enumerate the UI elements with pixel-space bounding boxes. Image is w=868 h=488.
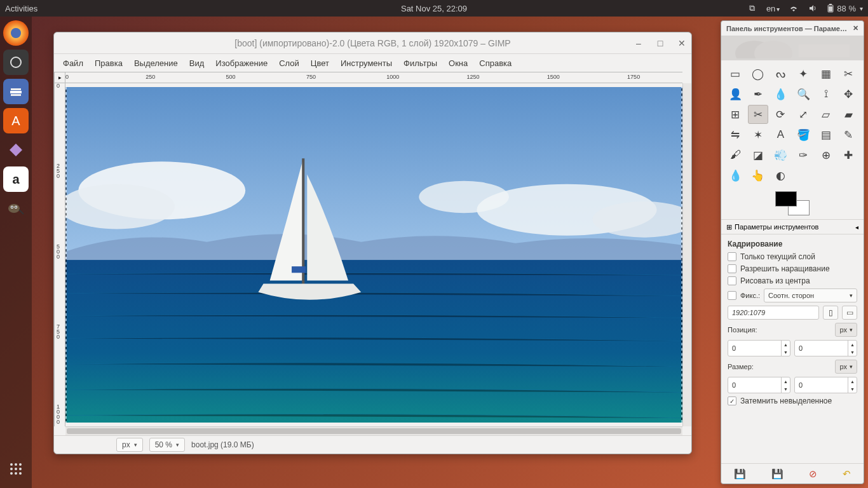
menu-select[interactable]: Выделение	[134, 58, 178, 68]
menu-image[interactable]: Изображение	[215, 58, 268, 68]
eraser-icon[interactable]: ◪	[748, 146, 768, 165]
svg-rect-1	[829, 4, 832, 5]
status-file: boot.jpg (19.0 МБ)	[191, 440, 254, 449]
menu-edit[interactable]: Правка	[95, 58, 123, 68]
color-picker-icon[interactable]: 💧	[770, 85, 790, 104]
pos-x-input[interactable]: 0▲▼	[728, 340, 790, 356]
restore-preset-icon[interactable]: 💾	[771, 468, 783, 480]
firefox-icon[interactable]	[3, 20, 29, 46]
svg-point-9	[11, 207, 13, 208]
select-by-color-icon[interactable]: ▦	[816, 64, 836, 83]
apps-icon[interactable]	[3, 456, 29, 482]
battery-indicator[interactable]: 88 %▾	[827, 4, 863, 13]
titlebar[interactable]: [boot] (импортировано)-2.0 (Цвета RGB, 1…	[54, 32, 691, 54]
ruler-vertical[interactable]: 02 5 05 0 07 5 01 0 0 0	[54, 83, 65, 426]
panel-close-icon[interactable]: ✕	[853, 24, 858, 32]
scale-icon[interactable]: ⤢	[793, 105, 813, 124]
foreground-select-icon[interactable]: 👤	[725, 85, 745, 104]
menu-tools[interactable]: Инструменты	[341, 58, 392, 68]
clone-icon[interactable]: ⊕	[816, 146, 836, 165]
wifi-icon[interactable]	[789, 3, 799, 13]
measure-icon[interactable]: ⟟	[816, 85, 836, 104]
dodge-icon[interactable]: ◐	[770, 166, 790, 185]
activities-button[interactable]: Activities	[5, 4, 37, 13]
portrait-button[interactable]: ▯	[823, 306, 838, 320]
zoom-icon[interactable]: 🔍	[793, 85, 813, 104]
flip-icon[interactable]: ⇋	[725, 125, 745, 144]
close-button[interactable]: ✕	[676, 38, 688, 48]
paths-icon[interactable]: ✒	[748, 85, 768, 104]
amazon-icon[interactable]: a	[3, 166, 29, 192]
menu-layer[interactable]: Слой	[279, 58, 299, 68]
files-icon[interactable]	[3, 79, 29, 104]
ellipse-select-icon[interactable]: ◯	[748, 64, 768, 83]
paintbrush-icon[interactable]: 🖌	[725, 146, 745, 165]
position-unit[interactable]: px▾	[835, 323, 857, 337]
crop-icon[interactable]: ✂	[748, 105, 768, 124]
airbrush-icon[interactable]: 💨	[770, 146, 790, 165]
size-unit[interactable]: px▾	[835, 360, 857, 374]
chk-from-center[interactable]	[728, 276, 736, 285]
tool-options-tab[interactable]: Параметры инструментов	[735, 223, 818, 231]
zoom-select[interactable]: 50 %▾	[149, 438, 185, 452]
dropbox-icon[interactable]: ⧉	[747, 3, 757, 13]
move-icon[interactable]: ✥	[838, 85, 858, 104]
save-preset-icon[interactable]: 💾	[734, 468, 746, 480]
scrollbar-vertical[interactable]	[682, 83, 691, 426]
fixed-combo[interactable]: Соотн. сторон▾	[764, 288, 857, 302]
svg-rect-29	[292, 266, 306, 273]
menu-windows[interactable]: Окна	[449, 58, 468, 68]
scissors-icon[interactable]: ✂	[838, 64, 858, 83]
tab-menu-icon[interactable]: ◂	[855, 224, 858, 231]
scrollbar-horizontal[interactable]	[65, 426, 682, 435]
canvas[interactable]	[65, 83, 682, 426]
chk-current-layer[interactable]	[728, 252, 736, 261]
volume-icon[interactable]	[808, 3, 818, 13]
size-w-input[interactable]: 0▲▼	[728, 377, 790, 393]
blend-icon[interactable]: ▤	[816, 125, 836, 144]
blur-icon[interactable]: 💧	[725, 166, 745, 185]
gimp-launcher-icon[interactable]	[3, 196, 29, 221]
aspect-input[interactable]: 1920:1079	[728, 306, 819, 320]
gimp-window: [boot] (импортировано)-2.0 (Цвета RGB, 1…	[53, 32, 692, 454]
bucket-icon[interactable]: 🪣	[793, 125, 813, 144]
chk-allow-growing[interactable]	[728, 264, 736, 273]
backup-icon[interactable]	[3, 50, 29, 75]
free-select-icon[interactable]: ᔓ	[770, 64, 790, 83]
menu-help[interactable]: Справка	[479, 58, 512, 68]
lang-indicator[interactable]: en▾	[766, 4, 780, 13]
heal-icon[interactable]: ✚	[838, 146, 858, 165]
ink-icon[interactable]: ✑	[793, 146, 813, 165]
maximize-button[interactable]: □	[654, 38, 666, 48]
align-icon[interactable]: ⊞	[725, 105, 745, 124]
perspective-icon[interactable]: ▰	[838, 105, 858, 124]
software-icon[interactable]: A	[3, 108, 29, 133]
reset-icon[interactable]: ↶	[843, 468, 851, 480]
pos-y-input[interactable]: 0▲▼	[794, 340, 857, 356]
fg-color[interactable]	[775, 191, 797, 207]
landscape-button[interactable]: ▭	[842, 306, 857, 320]
fuzzy-select-icon[interactable]: ✦	[793, 64, 813, 83]
menu-file[interactable]: Файл	[63, 58, 83, 68]
cage-icon[interactable]: ✶	[748, 125, 768, 144]
chk-darken[interactable]: ✓	[728, 396, 736, 405]
text-icon[interactable]: A	[770, 125, 790, 144]
smudge-icon[interactable]: 👆	[748, 166, 768, 185]
unit-select[interactable]: px▾	[116, 438, 143, 452]
menu-colors[interactable]: Цвет	[311, 58, 329, 68]
ruler-horizontal[interactable]: 02505007501000125015001750	[65, 72, 682, 83]
clock[interactable]: Sat Nov 25, 22:09	[401, 4, 467, 13]
menu-filters[interactable]: Фильтры	[403, 58, 437, 68]
size-h-input[interactable]: 0▲▼	[794, 377, 857, 393]
rect-select-icon[interactable]: ▭	[725, 64, 745, 83]
amethyst-icon[interactable]	[3, 137, 29, 163]
rotate-icon[interactable]: ⟳	[770, 105, 790, 124]
ruler-corner[interactable]: ▸	[54, 72, 65, 83]
color-selector[interactable]	[721, 187, 864, 219]
chk-fixed[interactable]	[728, 291, 736, 300]
minimize-button[interactable]: –	[633, 38, 644, 48]
menu-view[interactable]: Вид	[189, 58, 205, 68]
pencil-icon[interactable]: ✎	[838, 125, 858, 144]
delete-preset-icon[interactable]: ⊘	[809, 468, 817, 480]
shear-icon[interactable]: ▱	[816, 105, 836, 124]
